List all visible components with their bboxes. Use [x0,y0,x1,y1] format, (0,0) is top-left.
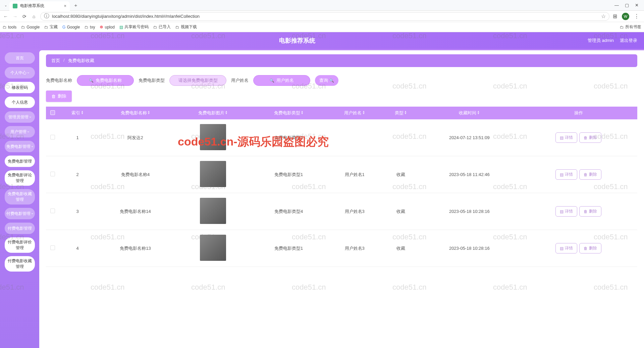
address-bar[interactable]: ⓘ localhost:8080/dianyingtuijianxitong/a… [40,12,609,21]
trash-icon: 🗑 [51,94,56,99]
star-icon[interactable]: ☆ [601,13,606,19]
trash-icon: 🗑 [584,135,588,140]
cell-image [175,156,251,193]
sidebar-item[interactable]: 用户管理 [5,126,35,137]
row-delete-button[interactable]: 🗑删除 [579,132,601,143]
sidebar-item[interactable]: 付费电影评价管理 [5,237,35,253]
cell-time: 2024-07-12 13:51:09 [419,119,520,156]
search-input-user[interactable]: 🔍 用户姓名 [253,75,310,86]
cell-ops: ▤详情🗑删除 [520,230,637,267]
bookmark-item[interactable]: ☸uplod [100,25,114,30]
row-delete-button[interactable]: 🗑删除 [579,206,601,217]
checkbox-all[interactable] [50,110,55,115]
row-delete-button[interactable]: 🗑删除 [579,243,601,253]
current-user-label[interactable]: 管理员 admin [588,38,614,44]
detail-button[interactable]: ▤详情 [555,243,577,253]
table-header[interactable]: 免费电影图片▲▼ [175,107,251,119]
window-minimize-icon[interactable]: — [614,3,619,8]
table-header[interactable]: 索引▲▼ [59,107,96,119]
sort-icon[interactable]: ▲▼ [362,111,365,115]
row-delete-button[interactable]: 🗑删除 [579,169,601,180]
delete-button[interactable]: 🗑 删除 [46,91,72,102]
sort-icon[interactable]: ▲▼ [404,111,407,115]
breadcrumb-home[interactable]: 首页 [51,58,60,64]
sort-icon[interactable]: ▲▼ [301,111,304,115]
cell-type: 免费电影类型4 [251,193,327,230]
row-checkbox[interactable] [50,209,55,213]
detail-button[interactable]: ▤详情 [555,169,577,180]
bookmark-item: 🗀视频下载 [175,24,197,30]
sidebar-item[interactable]: 首页 [5,52,35,64]
table-row: 1阿发达2免费电影类型22024-07-12 13:51:09▤详情🗑删除 [46,119,637,156]
profile-avatar[interactable]: W [622,13,629,20]
cell-ops: ▤详情🗑删除 [520,119,637,156]
table-header[interactable]: 收藏时间▲▼ [419,107,520,119]
sort-icon[interactable]: ▲▼ [148,111,150,115]
header-user-area: 管理员 admin 退出登录 [588,38,637,44]
detail-button[interactable]: ▤详情 [555,206,577,217]
table-header[interactable]: 免费电影名称▲▼ [96,107,175,119]
sidebar-item[interactable]: 免费电影评论管理 [5,170,35,186]
search-button[interactable]: 查询 🔍 [315,75,338,86]
folder-icon: 🗀 [153,25,157,30]
browser-tabstrip: ⌄ 电影推荐系统 × + — ▢ ✕ [0,0,644,11]
movie-thumbnail[interactable] [200,198,226,224]
doc-icon: ▤ [560,209,564,214]
sort-icon[interactable]: ▲▼ [225,111,228,115]
trash-icon: 🗑 [584,246,588,251]
row-checkbox[interactable] [50,245,55,250]
table-header[interactable]: 用户姓名▲▼ [327,107,383,119]
row-checkbox[interactable] [50,172,55,176]
sidebar-item[interactable]: 个人信息 [5,97,35,108]
app-body: 首页个人中心修改密码个人信息管理员管理用户管理免费电影管理免费电影管理免费电影评… [0,49,644,348]
table-header[interactable]: 操作 [520,107,637,119]
nav-back-icon[interactable]: ← [3,14,9,19]
app-title: 电影推荐系统 [7,37,588,45]
sidebar-item[interactable]: 付费电影收藏管理 [5,256,35,272]
menu-icon[interactable]: ⋮ [634,13,639,19]
movie-thumbnail[interactable] [200,124,226,150]
table-header[interactable]: 类型▲▼ [383,107,419,119]
sidebar-item[interactable]: 免费电影管理 [5,141,35,152]
browser-tab[interactable]: 电影推荐系统 × [9,1,70,11]
bookmark-item[interactable]: GGoogle [62,25,80,30]
tab-dropdown-icon[interactable]: ⌄ [2,3,9,7]
cell-category [383,119,419,156]
new-tab-button[interactable]: + [72,2,80,8]
search-input-name[interactable]: 🔍 免费电影名称 [77,75,134,86]
sidebar-item[interactable]: 修改密码 [5,82,35,93]
sidebar-item[interactable]: 免费电影收藏管理 [5,189,35,205]
sidebar: 首页个人中心修改密码个人信息管理员管理用户管理免费电影管理免费电影管理免费电影评… [0,49,39,348]
movie-thumbnail[interactable] [200,235,226,261]
sidebar-item[interactable]: 付费电影管理 [5,208,35,219]
search-form: 免费电影名称 🔍 免费电影名称 免费电影类型 请选择免费电影类型 用户姓名 🔍 … [46,75,637,86]
sidebar-item[interactable]: 付费电影管理 [5,223,35,234]
logout-link[interactable]: 退出登录 [620,38,637,44]
nav-home-icon[interactable]: ⌂ [31,14,37,19]
movie-thumbnail[interactable] [200,161,226,187]
bookmark-item[interactable]: ▤共享账号密码 [119,24,149,30]
table-header[interactable]: 免费电影类型▲▼ [251,107,327,119]
sort-icon[interactable]: ▲▼ [81,111,84,115]
search-select-type[interactable]: 请选择免费电影类型 [169,75,226,86]
bookmarks-bar: 🗀tools 🗀Google 🗀宝藏 GGoogle 🗀txy ☸uplod ▤… [0,22,644,32]
extensions-icon[interactable]: ⊞ [613,13,617,19]
table-header[interactable] [46,107,59,119]
trash-icon: 🗑 [584,209,588,214]
cell-index: 3 [59,193,96,230]
detail-button[interactable]: ▤详情 [555,132,577,143]
row-checkbox[interactable] [50,135,55,139]
nav-reload-icon[interactable]: ⟳ [21,14,28,19]
cell-type: 免费电影类型2 [251,119,327,156]
tab-close-icon[interactable]: × [64,3,66,8]
sidebar-item[interactable]: 免费电影管理 [5,156,35,167]
cell-user [327,119,383,156]
window-close-icon[interactable]: ✕ [635,3,639,8]
window-maximize-icon[interactable]: ▢ [625,3,629,8]
sidebar-item[interactable]: 管理员管理 [5,111,35,123]
nav-forward-icon[interactable]: → [12,14,18,19]
sort-icon[interactable]: ▲▼ [477,111,480,115]
sidebar-item[interactable]: 个人中心 [5,67,35,78]
google-icon: G [62,25,65,30]
site-info-icon[interactable]: ⓘ [44,13,49,20]
